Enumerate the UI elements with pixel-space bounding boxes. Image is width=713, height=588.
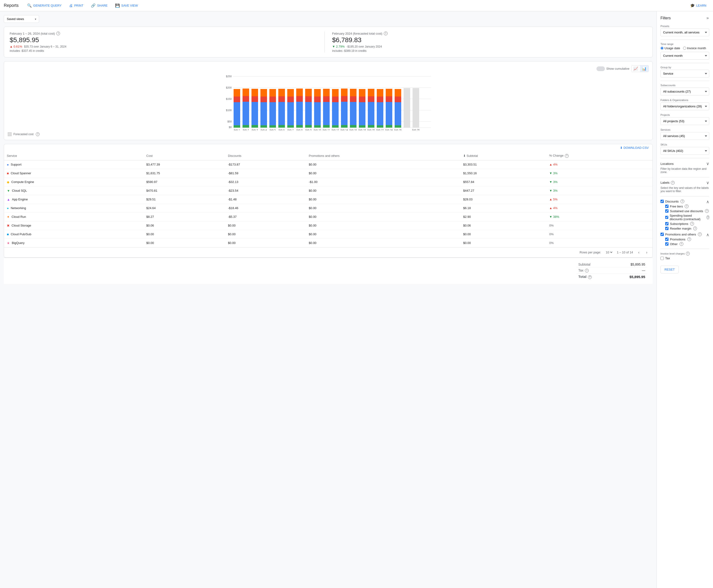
discounts-help-icon[interactable]: ? [680, 200, 684, 203]
reset-btn[interactable]: RESET [660, 266, 679, 273]
bar-feb22 [377, 89, 383, 128]
invoice-charges-help-icon[interactable]: ? [686, 252, 690, 255]
filters-panel: Filters » Presets Current month, all ser… [656, 11, 713, 588]
credits-chevron-icon[interactable]: ∧ [706, 199, 709, 204]
discounts-checkbox[interactable] [660, 200, 664, 203]
other-help-icon[interactable]: ? [679, 242, 683, 246]
reseller-margin-checkbox[interactable] [665, 227, 669, 230]
time-range-radio-group: Usage date Invoice month [660, 46, 709, 50]
saved-views-select[interactable]: Saved views [4, 15, 39, 23]
other-checkbox[interactable] [665, 242, 669, 246]
sustained-use-label[interactable]: Sustained use discounts ? [665, 209, 709, 213]
free-tiers-checkbox[interactable] [665, 205, 669, 208]
skus-select[interactable]: All SKUs (402) [660, 147, 709, 155]
folders-orgs-select[interactable]: All folders/organizations (28) [660, 102, 709, 110]
promos-others-checkbox-label[interactable]: Promotions and others ? [660, 232, 702, 236]
free-tiers-label[interactable]: Free tiers ? [665, 204, 709, 208]
tax-help-icon[interactable]: ? [585, 269, 589, 272]
projects-select[interactable]: All projects (53) [660, 117, 709, 125]
cumulative-switch[interactable] [596, 66, 605, 71]
usage-date-radio-label[interactable]: Usage date [660, 46, 680, 50]
svg-rect-61 [341, 96, 348, 102]
free-tiers-help-icon[interactable]: ? [685, 204, 689, 208]
actual-help-icon[interactable]: ? [56, 31, 60, 35]
download-csv-btn[interactable]: ⬇ DOWNLOAD CSV [620, 146, 649, 149]
subscriptions-label[interactable]: Subscriptions ? [665, 222, 709, 226]
spending-based-checkbox[interactable] [665, 216, 668, 219]
total-help-icon[interactable]: ? [588, 275, 592, 279]
bar-feb8 [296, 88, 303, 128]
time-range-period-select[interactable]: Current month [660, 52, 709, 60]
svg-rect-76 [377, 102, 383, 128]
bar-chart-btn[interactable]: 📊 [640, 65, 649, 72]
cost-cell: $29.51 [143, 195, 225, 204]
top-nav: Reports 🔍 GENERATE QUERY 🖨 PRINT 🔗 SHARE… [0, 0, 713, 11]
share-btn[interactable]: 🔗 SHARE [88, 2, 110, 9]
promotions-help-icon[interactable]: ? [687, 237, 691, 241]
subscriptions-checkbox[interactable] [665, 222, 669, 225]
invoice-month-radio-label[interactable]: Invoice month [683, 46, 706, 50]
print-btn[interactable]: 🖨 PRINT [66, 2, 86, 9]
svg-text:Feb 12: Feb 12 [332, 129, 339, 130]
labels-help-icon[interactable]: ? [671, 181, 675, 185]
pct-change-value: ▲ 5% [549, 197, 558, 201]
pct-change-help-icon[interactable]: ? [565, 154, 569, 158]
sustained-use-checkbox[interactable] [665, 209, 669, 213]
show-cumulative-toggle[interactable]: Show cumulative [596, 66, 629, 71]
svg-rect-55 [323, 125, 330, 128]
totals-section: Subtotal $5,895.95 Tax ? — Total ? $5,89… [4, 258, 653, 284]
promos-others-chevron-icon[interactable]: ∧ [706, 232, 709, 237]
svg-rect-29 [269, 97, 276, 102]
chart-controls: Show cumulative 📈 📊 [8, 65, 649, 72]
bar-feb12 [332, 89, 339, 128]
other-label[interactable]: Other ? [665, 242, 709, 246]
bar-feb28-forecast [413, 88, 419, 128]
reseller-margin-help-icon[interactable]: ? [693, 227, 697, 230]
group-by-select[interactable]: Service [660, 70, 709, 78]
tax-label: Tax ? [576, 267, 610, 274]
promos-others-help-icon[interactable]: ? [698, 232, 702, 236]
locations-toggle[interactable]: Locations ∨ [660, 161, 709, 166]
generate-query-btn[interactable]: 🔍 GENERATE QUERY [24, 2, 64, 9]
totals-table: Subtotal $5,895.95 Tax ? — Total ? $5,89… [576, 261, 647, 280]
tax-checkbox-label[interactable]: Tax [660, 256, 709, 260]
services-select[interactable]: All services (45) [660, 132, 709, 140]
spending-based-label[interactable]: Spending based discounts (contractual) ? [665, 214, 709, 221]
filters-collapse-btn[interactable]: » [706, 15, 709, 21]
reseller-margin-label[interactable]: Reseller margin ? [665, 227, 709, 230]
forecast-legend-help[interactable]: ? [36, 132, 40, 136]
service-icon: ▲ [7, 197, 10, 201]
tax-checkbox[interactable] [660, 257, 664, 260]
labels-toggle[interactable]: Labels ? ∨ [660, 180, 709, 185]
promos-others-checkbox[interactable] [660, 233, 664, 236]
svg-rect-70 [359, 89, 365, 97]
subaccounts-select[interactable]: All subaccounts (27) [660, 88, 709, 96]
promotions-label[interactable]: Promotions ? [665, 237, 709, 241]
forecast-help-icon[interactable]: ? [384, 31, 387, 35]
usage-date-radio[interactable] [660, 47, 664, 50]
prev-page-btn[interactable]: ‹ [637, 249, 641, 255]
spending-based-help-icon[interactable]: ? [707, 215, 709, 219]
labels-title: Labels ? [660, 181, 675, 185]
rows-per-page-select[interactable]: 10 25 50 [605, 250, 613, 254]
svg-rect-41 [296, 96, 303, 102]
learn-btn[interactable]: 🎓 LEARN [687, 2, 709, 9]
group-by-section: Group by Service [660, 66, 709, 78]
discounts-checkbox-label[interactable]: Discounts ? [660, 200, 684, 203]
svg-text:Feb 18: Feb 18 [358, 129, 366, 130]
svg-rect-32 [278, 102, 285, 128]
next-page-btn[interactable]: › [645, 249, 649, 255]
service-icon: ● [7, 163, 9, 167]
sustained-use-help-icon[interactable]: ? [705, 209, 709, 213]
promotions-checkbox[interactable] [665, 237, 669, 241]
subscriptions-help-icon[interactable]: ? [690, 222, 694, 226]
print-icon: 🖨 [69, 3, 73, 8]
presets-select[interactable]: Current month, all services [660, 28, 709, 36]
svg-rect-69 [359, 97, 365, 102]
save-view-btn[interactable]: 💾 SAVE VIEW [112, 2, 141, 9]
line-chart-btn[interactable]: 📈 [631, 65, 640, 72]
invoice-month-radio[interactable] [683, 47, 686, 50]
svg-text:$50: $50 [228, 120, 232, 123]
subtotal-cell: $6.18 [460, 204, 547, 212]
download-row: ⬇ DOWNLOAD CSV [4, 144, 652, 151]
